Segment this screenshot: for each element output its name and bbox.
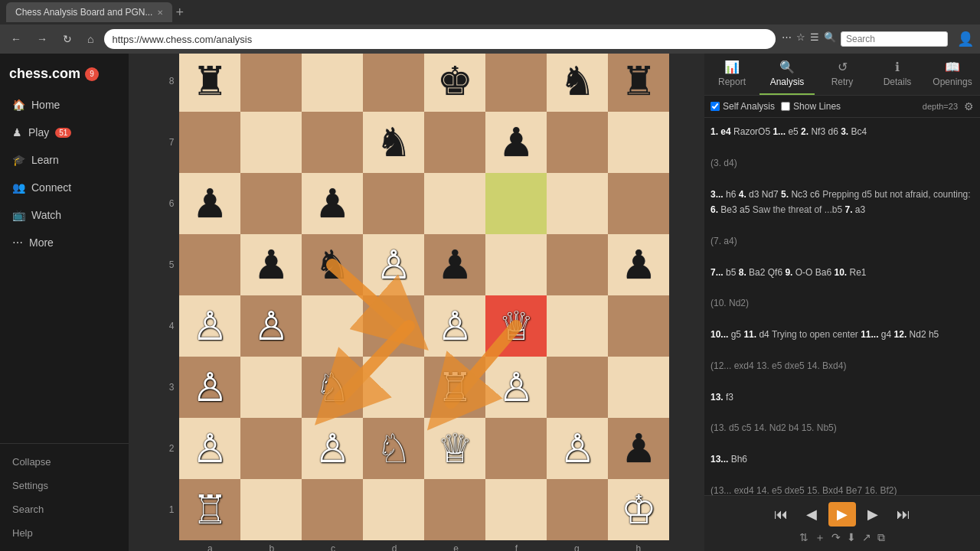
square-c6[interactable]: ♟ <box>302 173 363 234</box>
show-lines-checkbox[interactable] <box>781 102 790 111</box>
tab-retry[interactable]: ↺ Retry <box>815 54 870 95</box>
square-c3[interactable]: ♘ <box>302 357 363 418</box>
square-a5[interactable] <box>179 234 240 295</box>
share-icon[interactable]: ↗ <box>862 531 871 545</box>
square-d6[interactable] <box>363 173 424 234</box>
forward-button[interactable]: → <box>32 30 52 48</box>
square-f4[interactable]: ♕ <box>485 295 547 357</box>
square-c2[interactable]: ♙ <box>302 418 363 479</box>
square-a4[interactable]: ♙ <box>179 295 240 357</box>
self-analysis-checkbox[interactable] <box>710 102 720 111</box>
square-h7[interactable] <box>608 112 669 173</box>
square-e1[interactable] <box>424 479 485 540</box>
square-a1[interactable]: ♖ <box>179 479 240 540</box>
sidebar-item-more[interactable]: ⋯ More <box>0 229 129 256</box>
sidebar-item-learn[interactable]: 🎓 Learn <box>0 146 129 174</box>
square-g1[interactable] <box>547 479 608 540</box>
tab-openings[interactable]: 📖 Openings <box>925 54 980 95</box>
square-g8[interactable]: ♞ <box>547 54 608 112</box>
square-b3[interactable] <box>240 357 302 418</box>
square-f8[interactable] <box>485 54 547 112</box>
square-e2[interactable]: ♕ <box>424 418 485 479</box>
square-b6[interactable] <box>240 173 302 234</box>
square-e4[interactable]: ♙ <box>424 295 485 357</box>
square-a7[interactable] <box>179 112 240 173</box>
back-button[interactable]: ← <box>6 30 26 48</box>
square-g6[interactable] <box>547 173 608 234</box>
extensions-icon[interactable]: ⋯ <box>782 31 792 47</box>
embed-icon[interactable]: ⧉ <box>877 531 885 545</box>
square-d2[interactable]: ♘ <box>363 418 424 479</box>
square-b2[interactable] <box>240 418 302 479</box>
square-g7[interactable] <box>547 112 608 173</box>
square-e5[interactable]: ♟ <box>424 234 485 295</box>
redo-icon[interactable]: ↷ <box>831 531 841 545</box>
sidebar-collapse-button[interactable]: Collapse <box>0 450 129 474</box>
square-h3[interactable] <box>608 357 669 418</box>
sidebar-item-home[interactable]: 🏠 Home <box>0 91 129 119</box>
square-c5[interactable]: ♞ <box>302 234 363 295</box>
sidebar-help-button[interactable]: Help <box>0 521 129 545</box>
square-h5[interactable]: ♟ <box>608 234 669 295</box>
square-e7[interactable] <box>424 112 485 173</box>
square-b8[interactable] <box>240 54 302 112</box>
square-e8[interactable]: ♚ <box>424 54 485 112</box>
square-d4[interactable] <box>363 295 424 357</box>
first-move-button[interactable]: ⏮ <box>767 502 795 527</box>
square-a6[interactable]: ♟ <box>179 173 240 234</box>
chess-board[interactable]: ♜♚♞♜♞♟♟♟♟♞♙♟♟♙♙♙♕♙♘♖♙♙♙♘♕♙♟♖♔ <box>179 54 669 540</box>
square-b4[interactable]: ♙ <box>240 295 302 357</box>
square-a8[interactable]: ♜ <box>179 54 240 112</box>
new-tab-button[interactable]: + <box>175 5 184 21</box>
home-button[interactable]: ⌂ <box>83 30 98 48</box>
sidebar-settings-button[interactable]: Settings <box>0 474 129 497</box>
square-d7[interactable]: ♞ <box>363 112 424 173</box>
square-f1[interactable] <box>485 479 547 540</box>
square-c8[interactable] <box>302 54 363 112</box>
square-a3[interactable]: ♙ <box>179 357 240 418</box>
bookmark-icon[interactable]: ☆ <box>796 31 805 47</box>
square-g2[interactable]: ♙ <box>547 418 608 479</box>
square-d8[interactable] <box>363 54 424 112</box>
square-c1[interactable] <box>302 479 363 540</box>
tab-close-button[interactable]: ✕ <box>157 8 163 17</box>
flip-board-icon[interactable]: ⇅ <box>799 531 808 545</box>
square-b5[interactable]: ♟ <box>240 234 302 295</box>
next-move-button[interactable]: ▶ <box>859 502 887 527</box>
url-box[interactable]: https://www.chess.com/analysis <box>104 29 776 49</box>
profile-icon[interactable]: 👤 <box>957 31 974 47</box>
square-e3[interactable]: ♖ <box>424 357 485 418</box>
square-h1[interactable]: ♔ <box>608 479 669 540</box>
tab-report[interactable]: 📊 Report <box>704 54 760 95</box>
square-g5[interactable] <box>547 234 608 295</box>
square-c4[interactable] <box>302 295 363 357</box>
tab-analysis[interactable]: 🔍 Analysis <box>760 54 815 95</box>
sidebar-search-button[interactable]: Search <box>0 497 129 521</box>
show-lines-label[interactable]: Show Lines <box>781 101 841 112</box>
square-d3[interactable] <box>363 357 424 418</box>
square-c7[interactable] <box>302 112 363 173</box>
self-analysis-label[interactable]: Self Analysis <box>710 101 775 112</box>
square-b7[interactable] <box>240 112 302 173</box>
square-f2[interactable] <box>485 418 547 479</box>
square-d1[interactable] <box>363 479 424 540</box>
square-f5[interactable] <box>485 234 547 295</box>
sidebar-item-play[interactable]: ♟ Play 51 <box>0 119 129 146</box>
sidebar-item-connect[interactable]: 👥 Connect <box>0 174 129 201</box>
refresh-button[interactable]: ↻ <box>58 30 77 48</box>
active-tab[interactable]: Chess Analysis Board and PGN... ✕ <box>6 2 172 22</box>
square-e6[interactable] <box>424 173 485 234</box>
square-h6[interactable] <box>608 173 669 234</box>
add-icon[interactable]: ＋ <box>815 531 825 545</box>
square-g3[interactable] <box>547 357 608 418</box>
play-button[interactable]: ▶ <box>828 502 856 527</box>
search-browser-icon[interactable]: 🔍 <box>824 31 836 47</box>
square-d5[interactable]: ♙ <box>363 234 424 295</box>
square-b1[interactable] <box>240 479 302 540</box>
square-f7[interactable]: ♟ <box>485 112 547 173</box>
browser-search-input[interactable] <box>841 31 948 47</box>
square-h8[interactable]: ♜ <box>608 54 669 112</box>
square-g4[interactable] <box>547 295 608 357</box>
last-move-button[interactable]: ⏭ <box>890 502 917 527</box>
square-a2[interactable]: ♙ <box>179 418 240 479</box>
